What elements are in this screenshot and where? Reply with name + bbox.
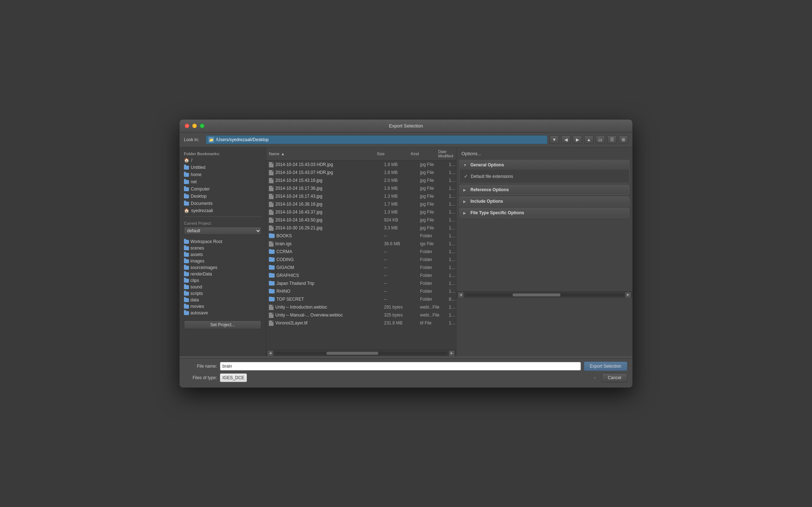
options-scroll-track[interactable] xyxy=(465,293,624,296)
table-row[interactable]: GIGAOM--Folder11/28/14 1:56 xyxy=(266,264,456,272)
cancel-button[interactable]: Cancel xyxy=(602,373,627,382)
table-row[interactable]: 2014-10-30 16.29.21.jpg3.3 MBjpg File1/8… xyxy=(266,224,456,232)
tree-item-movies[interactable]: movies xyxy=(180,303,266,310)
table-row[interactable]: 2014-10-24 16.17.36.jpg1.6 MBjpg File10/… xyxy=(266,184,456,192)
table-row[interactable]: 2014-10-24 15.43.16.jpg2.0 MBjpg File10/… xyxy=(266,176,456,184)
options-scroll-thumb[interactable] xyxy=(513,293,560,296)
tree-item-renderdata[interactable]: renderData xyxy=(180,271,266,277)
file-name-cell: Japan Thailand Trip xyxy=(266,281,381,286)
filename-input[interactable] xyxy=(220,362,581,371)
tree-item-sourceimages[interactable]: sourceimages xyxy=(180,264,266,271)
sidebar-item-untitled[interactable]: Untitled xyxy=(180,164,266,171)
tree-item-data[interactable]: data xyxy=(180,297,266,303)
maximize-button[interactable] xyxy=(200,124,204,128)
table-row[interactable]: brain.igs36.6 MBigs File1/8/15 3:56 PM xyxy=(266,240,456,248)
folder-icon xyxy=(269,273,275,278)
table-row[interactable]: 2014-10-24 16.43.37.jpg1.3 MBjpg File10/… xyxy=(266,208,456,216)
include-arrow: ▶ xyxy=(463,199,468,203)
options-scroll-left[interactable]: ◀ xyxy=(458,292,464,298)
table-row[interactable]: Japan Thailand Trip--Folder1/4/15 3:14 P… xyxy=(266,279,456,287)
detail-view-btn[interactable]: ⊞ xyxy=(619,135,628,144)
file-name: 2014-10-24 16.43.50.jpg xyxy=(275,217,322,223)
table-row[interactable]: 2014-10-24 15.43.07 HDR.jpg1.8 MBjpg Fil… xyxy=(266,169,456,176)
sidebar-item-computer[interactable]: Computer xyxy=(180,185,266,193)
file-date-cell: 11/26/...:46 AM xyxy=(446,289,456,294)
col-header-name[interactable]: Name ▲ xyxy=(266,149,374,159)
set-project-button[interactable]: Set Project... xyxy=(184,320,261,329)
table-row[interactable]: CODING--Folder11/11/14 6:27 xyxy=(266,256,456,264)
scroll-thumb[interactable] xyxy=(326,352,378,355)
tree-item-clips[interactable]: clips xyxy=(180,277,266,284)
options-scroll-right[interactable]: ▶ xyxy=(625,292,631,298)
list-view-btn[interactable]: ☰ xyxy=(607,135,617,144)
general-options-header[interactable]: ▼ General Options xyxy=(460,160,629,170)
sidebar-item-user[interactable]: 🏠 syedrezaali xyxy=(180,207,266,214)
reference-options-header[interactable]: ▶ Reference Options xyxy=(460,185,629,194)
table-row[interactable]: BOOKS--Folder10/17/14 4:48 xyxy=(266,232,456,240)
tree-item-scripts[interactable]: scripts xyxy=(180,290,266,297)
folder-icon xyxy=(184,298,189,302)
tree-item-images[interactable]: images xyxy=(180,258,266,264)
scroll-left-btn[interactable]: ◀ xyxy=(267,350,273,356)
file-kind-cell: jpg File xyxy=(417,186,446,191)
dropdown-btn[interactable]: ▼ xyxy=(550,135,559,144)
folder-icon xyxy=(269,297,275,301)
tree-item-sound[interactable]: sound xyxy=(180,284,266,290)
horizontal-scrollbar[interactable]: ◀ ▶ xyxy=(266,350,456,356)
sidebar-item-root[interactable]: 🏠 / xyxy=(180,157,266,164)
table-row[interactable]: Unity – Introduction.webloc291 byteswebl… xyxy=(266,303,456,311)
minimize-button[interactable] xyxy=(192,124,197,128)
close-button[interactable] xyxy=(185,124,189,128)
file-name: CCRMA xyxy=(276,249,292,254)
file-size-cell: -- xyxy=(381,265,417,270)
tree-item-assets[interactable]: assets xyxy=(180,251,266,258)
table-row[interactable]: 2014-10-24 16.17.43.jpg1.3 MBjpg File10/… xyxy=(266,192,456,200)
file-name-cell: 2014-10-24 15.43.16.jpg xyxy=(266,178,381,183)
tree-item-scenes[interactable]: scenes xyxy=(180,245,266,251)
table-row[interactable]: Unity – Manual-... Overview.webloc325 by… xyxy=(266,311,456,319)
file-kind-cell: jpg File xyxy=(417,202,446,207)
scroll-right-btn[interactable]: ▶ xyxy=(449,350,455,356)
scroll-track[interactable] xyxy=(275,352,447,355)
general-options-body: ✓ Default file extensions xyxy=(460,170,629,183)
location-bar[interactable]: 📁 /Users/syedrezaali/Desktop xyxy=(206,135,547,144)
filetype-options-header[interactable]: ▶ File Type Specific Options xyxy=(460,208,629,217)
sidebar-item-home[interactable]: home xyxy=(180,171,266,178)
folder-icon xyxy=(184,285,189,289)
file-size-cell: -- xyxy=(381,257,417,262)
col-header-date[interactable]: Date Modified xyxy=(435,149,456,159)
tree-item-workspace[interactable]: Workspace Root xyxy=(180,238,266,245)
filetype-select[interactable]: IGES_DCE xyxy=(220,373,247,382)
options-scrollbar[interactable]: ◀ ▶ xyxy=(456,291,632,298)
tree-item-autosave[interactable]: autosave xyxy=(180,310,266,316)
col-header-size[interactable]: Size xyxy=(374,149,408,159)
sidebar-item-desktop[interactable]: Desktop xyxy=(180,193,266,200)
file-date-cell: 10/17/...:15 AM xyxy=(446,249,456,254)
project-section: Current Project: default xyxy=(180,219,266,237)
table-row[interactable]: Voronoi2Layer.tif231.8 MBtif File1/5/15 … xyxy=(266,319,456,327)
file-name-cell: TOP SECRET xyxy=(266,297,381,302)
table-row[interactable]: RHINO--Folder11/26/...:46 AM xyxy=(266,287,456,295)
include-options-header[interactable]: ▶ Include Options xyxy=(460,197,629,206)
lookin-label: Look in: xyxy=(184,137,204,142)
folder-icon xyxy=(184,240,189,244)
col-header-kind[interactable]: Kind xyxy=(408,149,436,159)
folder-icon xyxy=(184,253,189,257)
forward-btn[interactable]: ▶ xyxy=(573,135,582,144)
table-row[interactable]: 2014-10-24 15.43.03 HDR.jpg1.9 MBjpg Fil… xyxy=(266,161,456,169)
file-date-cell: 11/11/14 6:27 xyxy=(446,257,456,262)
table-row[interactable]: TOP SECRET--Folder8/19/14 5:13 P xyxy=(266,295,456,303)
sidebar-item-documents[interactable]: Documents xyxy=(180,200,266,207)
back-btn[interactable]: ◀ xyxy=(561,135,570,144)
file-size-cell: 1.8 MB xyxy=(381,170,417,175)
export-button[interactable]: Export Selection xyxy=(584,362,627,371)
up-btn[interactable]: ▲ xyxy=(584,135,594,144)
sidebar-item-net[interactable]: net xyxy=(180,178,266,185)
table-row[interactable]: CCRMA--Folder10/17/...:15 AM xyxy=(266,248,456,256)
new-folder-btn[interactable]: 🗂 xyxy=(596,135,605,144)
table-row[interactable]: 2014-10-24 16.38.16.jpg1.7 MBjpg File10/… xyxy=(266,200,456,208)
project-tree: Workspace Root scenes assets images sour… xyxy=(180,237,266,318)
table-row[interactable]: GRAPHICS--Folder12/28/...:29 AM xyxy=(266,272,456,279)
table-row[interactable]: 2014-10-24 16.43.50.jpg924 KBjpg File10/… xyxy=(266,216,456,224)
project-select[interactable]: default xyxy=(184,227,261,235)
